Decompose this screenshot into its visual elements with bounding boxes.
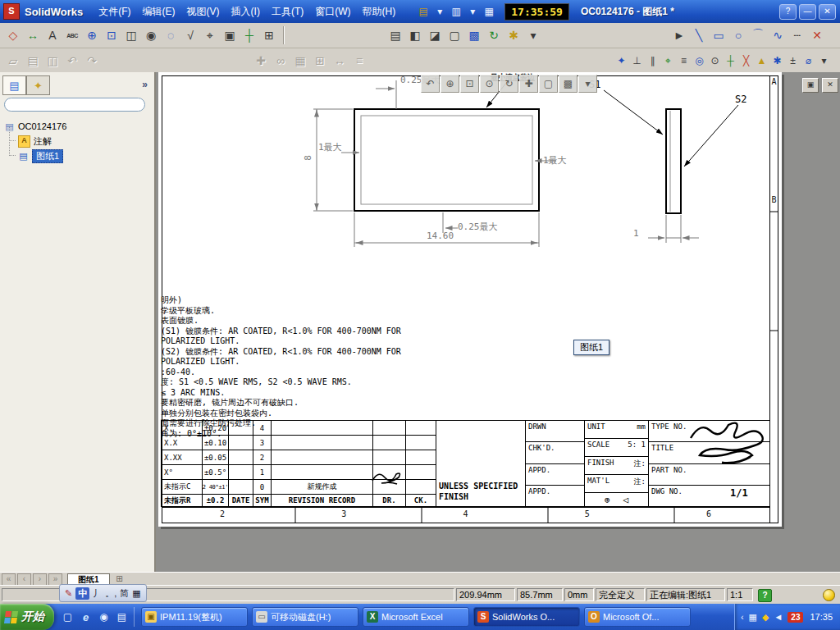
launch-folder-icon[interactable]: ▤ (115, 610, 129, 624)
spell-check-icon[interactable]: ABC (62, 25, 82, 45)
note-icon[interactable]: A (43, 25, 62, 45)
dimension-height[interactable]: 8 (303, 155, 313, 161)
display-dropdown[interactable]: ▾ (578, 75, 597, 93)
zoom-area-icon[interactable]: ⊡ (102, 25, 121, 45)
drawing-note-line[interactable]: (S1) 镀膜条件: AR COATED, R<1.0% FOR 400-700… (161, 326, 401, 337)
drawing-note-line[interactable]: (S2) 镀膜条件: AR COATED, R<1.0% FOR 400-700… (161, 347, 401, 358)
insert-table-icon[interactable]: ⊞ (310, 51, 330, 71)
center-mark-icon[interactable]: ┼ (240, 25, 259, 45)
start-button[interactable]: 开始 (0, 604, 54, 630)
dimension-style-icon[interactable]: ↔ (330, 51, 349, 71)
task-ipm-folder[interactable]: ▣ IPM11.19(整机) (141, 607, 248, 627)
rotate-view-icon[interactable]: ↻ (500, 75, 518, 93)
block-icon[interactable]: ▣ (220, 25, 240, 45)
quick-tips-toggle[interactable]: ? (758, 589, 772, 602)
concentric-relation-icon[interactable]: ◎ (692, 52, 707, 70)
copy-icon[interactable]: ◫ (43, 51, 62, 71)
add-sheet-icon[interactable]: ⊞ (113, 574, 126, 585)
view-options-icon[interactable]: ✱ (504, 25, 523, 45)
zoom-previous-icon[interactable]: ↶ (421, 75, 440, 93)
add-relation-icon[interactable]: ✦ (614, 52, 629, 70)
internet-explorer-icon[interactable]: e (79, 610, 93, 624)
layer-properties-icon[interactable]: ≡ (349, 51, 369, 71)
drawing-note-line[interactable]: 明外) (161, 295, 401, 306)
tray-shield-icon[interactable]: ◆ (762, 612, 769, 623)
tolerance-icon[interactable]: ± (785, 52, 801, 70)
collapse-panel-chevron[interactable]: » (142, 79, 148, 90)
hyperlink-icon[interactable]: ∞ (271, 51, 290, 71)
tree-item-annotations[interactable]: A 注解 (18, 135, 52, 148)
task-office[interactable]: O Microsoft Of... (584, 607, 691, 627)
coradial-relation-icon[interactable]: ⊙ (707, 52, 723, 70)
next-sheet-button[interactable]: › (33, 573, 47, 586)
drawing-viewport[interactable]: 0.25最大 8 1最大 1最大 14.60 0.25最大 1 S1 S2 最小… (156, 72, 840, 572)
task-removable-disk[interactable]: ▭ 可移动磁盘(H:) (252, 607, 358, 627)
drawing-note-line[interactable]: POLARIZED LIGHT. (161, 357, 401, 368)
zoom-in-out-icon[interactable]: ⊕ (441, 75, 459, 93)
menu-window[interactable]: 窗口(W) (309, 2, 356, 22)
arrange-window-icon[interactable]: ▱ (3, 51, 23, 71)
menu-insert[interactable]: 插入(I) (226, 2, 266, 22)
standard-views-icon[interactable]: ◧ (405, 25, 425, 45)
ime-pen-icon[interactable]: ✎ (65, 588, 72, 599)
center-relation-icon[interactable]: ⌖ (660, 52, 676, 70)
hidden-lines-icon[interactable]: ◪ (425, 25, 445, 45)
section-view-icon[interactable]: ◫ (121, 25, 141, 45)
select-icon[interactable]: ► (669, 25, 689, 45)
zoom-in-icon[interactable]: ⊕ (82, 25, 102, 45)
close-button[interactable]: ✕ (819, 4, 836, 20)
drawing-note-line[interactable]: 表面镀膜. (161, 316, 401, 326)
geometric-tolerance-icon[interactable]: ⌖ (200, 25, 220, 45)
drawing-note-line[interactable]: 学级平板玻璃. (161, 306, 401, 317)
tab-featuremanager[interactable]: ▤ (2, 75, 26, 95)
print-icon[interactable]: ▦ (482, 4, 496, 19)
dimension-side-thickness[interactable]: 1 (633, 228, 639, 239)
menu-help[interactable]: 帮助(H) (357, 2, 402, 22)
parallel-relation-icon[interactable]: ∥ (645, 52, 660, 70)
wireframe-display-icon[interactable]: ▢ (539, 75, 558, 93)
zoom-fit-icon[interactable]: ⊙ (480, 75, 499, 93)
tab-propertymanager[interactable]: ✦ (26, 75, 50, 95)
drawing-note-line[interactable]: POLARIZED LIGHT. (161, 336, 401, 347)
prev-sheet-button[interactable]: ‹ (17, 573, 31, 586)
menu-edit[interactable]: 编辑(E) (137, 2, 181, 22)
ime-shape-icon[interactable]: 丿 (93, 587, 102, 600)
save-icon[interactable]: ▥ (449, 4, 463, 19)
redo-icon[interactable]: ↷ (82, 51, 102, 71)
drawing-note-line[interactable]: ≤ 3 ARC MINS. (161, 388, 401, 399)
pan-icon[interactable]: ✚ (519, 75, 538, 93)
undo-icon[interactable]: ↶ (62, 51, 82, 71)
shaded-view-icon[interactable]: ▩ (464, 25, 484, 45)
surface-finish-icon[interactable]: √ (180, 25, 200, 45)
shaded-display-icon[interactable]: ▩ (559, 75, 578, 93)
tray-badge[interactable]: 23 (788, 612, 803, 623)
wireframe-icon[interactable]: ▢ (445, 25, 464, 45)
assistant-lightbulb-icon[interactable] (823, 589, 835, 601)
tray-collapse-chevron[interactable]: ‹ (741, 612, 744, 623)
relations-dropdown[interactable]: ▾ (816, 52, 832, 70)
task-excel[interactable]: X Microsoft Excel (363, 607, 469, 627)
dimension-bottom-gap[interactable]: 0.25最大 (458, 221, 498, 233)
detail-view-icon[interactable]: ◉ (141, 25, 161, 45)
ime-chinese-badge[interactable]: 中 (75, 587, 89, 600)
drawing-note-line[interactable]: 要精密研磨, 镜片周边不可有破缺口. (161, 398, 401, 409)
balloon-icon[interactable]: ◌ (161, 25, 180, 45)
tray-volume-icon[interactable]: ◄ (774, 612, 783, 623)
dimension-width[interactable]: 14.60 (427, 231, 454, 241)
trim-icon[interactable]: ✕ (807, 25, 827, 45)
new-document-icon[interactable]: ▤ (416, 4, 431, 19)
insert-object-icon[interactable]: ✚ (251, 51, 271, 71)
tray-grid-icon[interactable]: ▦ (749, 612, 757, 623)
print-preview-icon[interactable]: ▤ (23, 51, 43, 71)
close-document-button[interactable]: ✕ (822, 78, 838, 93)
smart-dimension-icon[interactable]: ↔ (23, 25, 43, 45)
show-desktop-icon[interactable]: ▢ (61, 610, 75, 624)
tree-root-item[interactable]: ▤ OC0124176 (4, 120, 66, 133)
dimension-left-max[interactable]: 1最大 (318, 141, 342, 153)
insert-picture-icon[interactable]: ▦ (290, 51, 310, 71)
diameter-dimension-icon[interactable]: ⌀ (801, 52, 816, 70)
center-mark-2-icon[interactable]: ┼ (723, 52, 738, 70)
line-icon[interactable]: ╲ (689, 25, 709, 45)
surface-label-s2[interactable]: S2 (735, 94, 746, 105)
update-view-icon[interactable]: ↻ (484, 25, 504, 45)
